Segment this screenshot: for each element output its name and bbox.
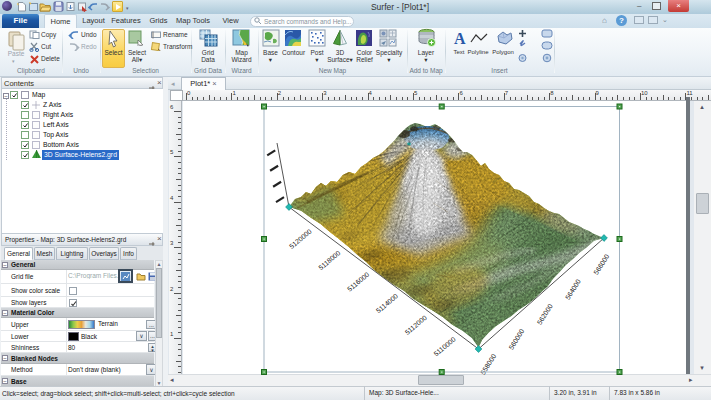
- svg-text:A: A: [454, 30, 466, 47]
